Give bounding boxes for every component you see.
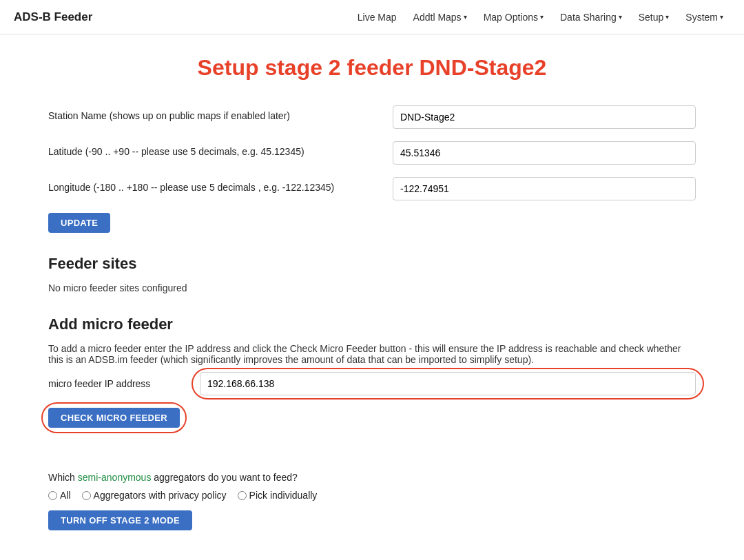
- latitude-input[interactable]: [393, 141, 696, 165]
- aggregators-text-suffix: aggregators do you want to feed?: [151, 472, 297, 483]
- no-sites-text: No micro feeder sites configured: [48, 282, 696, 293]
- main-content: Setup stage 2 feeder DND-Stage2 Station …: [21, 34, 723, 560]
- station-name-input[interactable]: [393, 105, 696, 129]
- latitude-row: Latitude (-90 .. +90 -- please use 5 dec…: [48, 141, 696, 165]
- update-row: UPDATE: [48, 213, 696, 233]
- map-options-caret-icon: ▾: [540, 13, 544, 21]
- micro-ip-input[interactable]: [200, 372, 696, 395]
- add-micro-description: To add a micro feeder enter the IP addre…: [48, 343, 696, 365]
- check-micro-feeder-button[interactable]: CHECK MICRO FEEDER: [48, 408, 180, 428]
- addtl-maps-caret-icon: ▾: [464, 13, 467, 21]
- longitude-row: Longitude (-180 .. +180 -- please use 5 …: [48, 177, 696, 200]
- radio-row: All Aggregators with privacy policy Pick…: [48, 490, 696, 501]
- nav-map-options[interactable]: Map Options ▾: [477, 8, 550, 27]
- micro-ip-input-wrap: [200, 372, 696, 395]
- radio-privacy-option[interactable]: Aggregators with privacy policy: [82, 490, 227, 501]
- nav-system[interactable]: System ▾: [679, 8, 730, 27]
- aggregators-text-prefix: Which: [48, 472, 78, 483]
- setup-caret-icon: ▾: [665, 13, 669, 21]
- micro-ip-row: micro feeder IP address: [48, 372, 696, 395]
- radio-individual-option[interactable]: Pick individually: [238, 490, 318, 501]
- brand-title: ADS-B Feeder: [14, 10, 92, 24]
- nav-setup[interactable]: Setup ▾: [632, 8, 676, 27]
- add-micro-title: Add micro feeder: [48, 315, 696, 333]
- radio-all-label: All: [60, 490, 71, 501]
- aggregators-section: Which semi-anonymous aggregators do you …: [48, 472, 696, 530]
- radio-individual-input[interactable]: [238, 491, 247, 500]
- radio-privacy-label: Aggregators with privacy policy: [94, 490, 227, 501]
- check-btn-wrap: CHECK MICRO FEEDER: [48, 408, 180, 428]
- system-caret-icon: ▾: [720, 13, 723, 21]
- nav-data-sharing[interactable]: Data Sharing ▾: [553, 8, 629, 27]
- feeder-sites-title: Feeder sites: [48, 255, 696, 273]
- radio-privacy-input[interactable]: [82, 491, 91, 500]
- update-button[interactable]: UPDATE: [48, 213, 110, 233]
- turn-off-stage2-button[interactable]: TURN OFF STAGE 2 MODE: [48, 510, 192, 530]
- latitude-label: Latitude (-90 .. +90 -- please use 5 dec…: [48, 141, 379, 159]
- nav-addtl-maps[interactable]: Addtl Maps ▾: [406, 8, 474, 27]
- station-name-label: Station Name (shows up on public maps if…: [48, 105, 379, 123]
- micro-ip-label: micro feeder IP address: [48, 378, 186, 389]
- semi-anonymous-link[interactable]: semi-anonymous: [78, 472, 152, 483]
- nav-links: Live Map Addtl Maps ▾ Map Options ▾ Data…: [351, 8, 730, 27]
- navbar: ADS-B Feeder Live Map Addtl Maps ▾ Map O…: [0, 0, 744, 34]
- radio-all-input[interactable]: [48, 491, 57, 500]
- page-title: Setup stage 2 feeder DND-Stage2: [48, 55, 696, 81]
- longitude-label: Longitude (-180 .. +180 -- please use 5 …: [48, 177, 379, 195]
- radio-all-option[interactable]: All: [48, 490, 71, 501]
- data-sharing-caret-icon: ▾: [619, 13, 622, 21]
- nav-live-map[interactable]: Live Map: [351, 8, 404, 27]
- station-name-row: Station Name (shows up on public maps if…: [48, 105, 696, 129]
- longitude-input[interactable]: [393, 177, 696, 200]
- radio-individual-label: Pick individually: [249, 490, 318, 501]
- aggregators-text: Which semi-anonymous aggregators do you …: [48, 472, 696, 483]
